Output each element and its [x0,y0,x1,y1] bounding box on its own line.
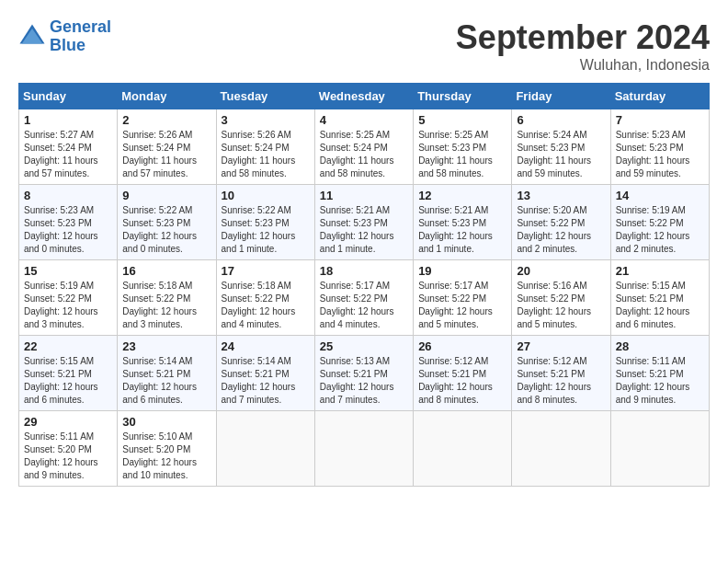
day-number: 2 [122,113,210,127]
week-row: 29 Sunrise: 5:11 AM Sunset: 5:20 PM Dayl… [19,411,710,487]
day-info: Sunrise: 5:14 AM Sunset: 5:21 PM Dayligh… [122,355,210,407]
day-number: 20 [517,264,605,278]
day-info: Sunrise: 5:11 AM Sunset: 5:21 PM Dayligh… [616,355,704,407]
day-info: Sunrise: 5:19 AM Sunset: 5:22 PM Dayligh… [616,204,704,256]
day-info: Sunrise: 5:23 AM Sunset: 5:23 PM Dayligh… [616,129,704,180]
col-friday: Friday [512,84,610,109]
day-info: Sunrise: 5:11 AM Sunset: 5:20 PM Dayligh… [24,431,112,482]
day-cell-15: 15 Sunrise: 5:19 AM Sunset: 5:22 PM Dayl… [19,260,118,336]
day-number: 22 [24,339,112,353]
day-info: Sunrise: 5:10 AM Sunset: 5:20 PM Dayligh… [122,431,210,482]
day-cell-28: 28 Sunrise: 5:11 AM Sunset: 5:21 PM Dayl… [610,336,709,411]
day-number: 19 [418,264,506,278]
day-info: Sunrise: 5:18 AM Sunset: 5:22 PM Dayligh… [122,280,210,331]
day-info: Sunrise: 5:21 AM Sunset: 5:23 PM Dayligh… [320,204,408,256]
day-number: 30 [122,415,210,429]
day-number: 8 [24,189,112,202]
day-info: Sunrise: 5:21 AM Sunset: 5:23 PM Dayligh… [418,204,506,256]
day-cell-17: 17 Sunrise: 5:18 AM Sunset: 5:22 PM Dayl… [216,260,314,336]
day-cell-2: 2 Sunrise: 5:26 AM Sunset: 5:24 PM Dayli… [118,109,216,185]
day-cell-14: 14 Sunrise: 5:19 AM Sunset: 5:22 PM Dayl… [610,185,709,260]
day-cell-24: 24 Sunrise: 5:14 AM Sunset: 5:21 PM Dayl… [216,336,314,411]
month-title: September 2024 [456,18,710,57]
day-number: 17 [222,264,310,278]
day-info: Sunrise: 5:14 AM Sunset: 5:21 PM Dayligh… [222,355,310,407]
day-cell-27: 27 Sunrise: 5:12 AM Sunset: 5:21 PM Dayl… [512,336,610,411]
day-number: 29 [24,415,112,429]
day-cell-11: 11 Sunrise: 5:21 AM Sunset: 5:23 PM Dayl… [314,185,413,260]
day-cell-19: 19 Sunrise: 5:17 AM Sunset: 5:22 PM Dayl… [414,260,512,336]
col-tuesday: Tuesday [216,84,314,109]
day-cell-7: 7 Sunrise: 5:23 AM Sunset: 5:23 PM Dayli… [610,109,709,185]
day-number: 12 [418,189,506,202]
day-cell-3: 3 Sunrise: 5:26 AM Sunset: 5:24 PM Dayli… [216,109,314,185]
logo-icon [18,23,46,51]
day-cell-21: 21 Sunrise: 5:15 AM Sunset: 5:21 PM Dayl… [610,260,709,336]
logo: General Blue [18,18,111,55]
calendar-body: 1 Sunrise: 5:27 AM Sunset: 5:24 PM Dayli… [19,109,710,487]
day-cell-30: 30 Sunrise: 5:10 AM Sunset: 5:20 PM Dayl… [118,411,216,487]
day-info: Sunrise: 5:26 AM Sunset: 5:24 PM Dayligh… [222,129,310,180]
week-row: 8 Sunrise: 5:23 AM Sunset: 5:23 PM Dayli… [19,185,710,260]
day-cell-10: 10 Sunrise: 5:22 AM Sunset: 5:23 PM Dayl… [216,185,314,260]
day-number: 21 [616,264,704,278]
day-info: Sunrise: 5:15 AM Sunset: 5:21 PM Dayligh… [24,355,112,407]
day-info: Sunrise: 5:12 AM Sunset: 5:21 PM Dayligh… [418,355,506,407]
day-number: 11 [320,189,408,202]
day-number: 7 [616,113,704,127]
logo-text: General Blue [50,18,111,55]
day-info: Sunrise: 5:15 AM Sunset: 5:21 PM Dayligh… [616,280,704,331]
location-title: Wuluhan, Indonesia [456,57,710,74]
week-row: 15 Sunrise: 5:19 AM Sunset: 5:22 PM Dayl… [19,260,710,336]
day-cell-16: 16 Sunrise: 5:18 AM Sunset: 5:22 PM Dayl… [118,260,216,336]
day-cell-12: 12 Sunrise: 5:21 AM Sunset: 5:23 PM Dayl… [414,185,512,260]
day-cell-18: 18 Sunrise: 5:17 AM Sunset: 5:22 PM Dayl… [314,260,413,336]
col-thursday: Thursday [414,84,512,109]
logo-line2: Blue [50,36,85,54]
day-info: Sunrise: 5:26 AM Sunset: 5:24 PM Dayligh… [122,129,210,180]
day-info: Sunrise: 5:18 AM Sunset: 5:22 PM Dayligh… [222,280,310,331]
day-number: 15 [24,264,112,278]
day-number: 24 [222,339,310,353]
week-row: 22 Sunrise: 5:15 AM Sunset: 5:21 PM Dayl… [19,336,710,411]
col-saturday: Saturday [610,84,709,109]
col-sunday: Sunday [19,84,118,109]
week-row: 1 Sunrise: 5:27 AM Sunset: 5:24 PM Dayli… [19,109,710,185]
day-info: Sunrise: 5:20 AM Sunset: 5:22 PM Dayligh… [517,204,605,256]
day-cell-5: 5 Sunrise: 5:25 AM Sunset: 5:23 PM Dayli… [414,109,512,185]
day-number: 9 [122,189,210,202]
day-info: Sunrise: 5:19 AM Sunset: 5:22 PM Dayligh… [24,280,112,331]
day-info: Sunrise: 5:16 AM Sunset: 5:22 PM Dayligh… [517,280,605,331]
day-number: 4 [320,113,408,127]
day-cell-20: 20 Sunrise: 5:16 AM Sunset: 5:22 PM Dayl… [512,260,610,336]
day-info: Sunrise: 5:17 AM Sunset: 5:22 PM Dayligh… [320,280,408,331]
empty-cell [610,411,709,487]
title-area: September 2024 Wuluhan, Indonesia [456,18,710,74]
day-number: 23 [122,339,210,353]
day-info: Sunrise: 5:24 AM Sunset: 5:23 PM Dayligh… [517,129,605,180]
day-cell-13: 13 Sunrise: 5:20 AM Sunset: 5:22 PM Dayl… [512,185,610,260]
day-number: 3 [222,113,310,127]
empty-cell [216,411,314,487]
day-number: 13 [517,189,605,202]
day-number: 14 [616,189,704,202]
day-cell-23: 23 Sunrise: 5:14 AM Sunset: 5:21 PM Dayl… [118,336,216,411]
empty-cell [314,411,413,487]
day-cell-25: 25 Sunrise: 5:13 AM Sunset: 5:21 PM Dayl… [314,336,413,411]
day-info: Sunrise: 5:27 AM Sunset: 5:24 PM Dayligh… [24,129,112,180]
day-number: 28 [616,339,704,353]
day-cell-6: 6 Sunrise: 5:24 AM Sunset: 5:23 PM Dayli… [512,109,610,185]
day-number: 16 [122,264,210,278]
day-info: Sunrise: 5:17 AM Sunset: 5:22 PM Dayligh… [418,280,506,331]
day-cell-9: 9 Sunrise: 5:22 AM Sunset: 5:23 PM Dayli… [118,185,216,260]
day-number: 25 [320,339,408,353]
day-number: 27 [517,339,605,353]
day-cell-26: 26 Sunrise: 5:12 AM Sunset: 5:21 PM Dayl… [414,336,512,411]
day-info: Sunrise: 5:25 AM Sunset: 5:23 PM Dayligh… [418,129,506,180]
empty-cell [512,411,610,487]
day-cell-4: 4 Sunrise: 5:25 AM Sunset: 5:24 PM Dayli… [314,109,413,185]
day-info: Sunrise: 5:13 AM Sunset: 5:21 PM Dayligh… [320,355,408,407]
empty-cell [414,411,512,487]
day-info: Sunrise: 5:25 AM Sunset: 5:24 PM Dayligh… [320,129,408,180]
day-number: 26 [418,339,506,353]
